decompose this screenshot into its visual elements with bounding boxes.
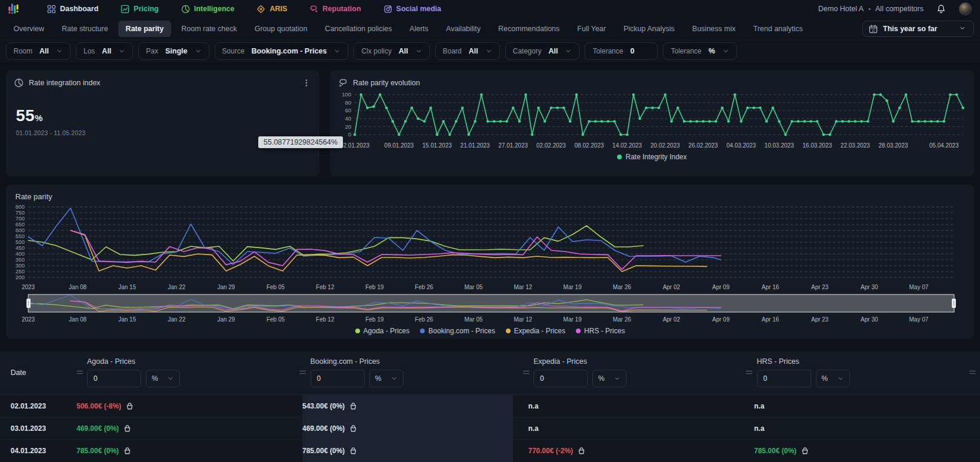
value-tooltip: 55.08771929824564%: [258, 136, 343, 148]
tab-room-rate-check[interactable]: Room rate check: [174, 21, 244, 37]
menu-icon[interactable]: [968, 368, 977, 377]
legend-item-agoda-prices[interactable]: Agoda - Prices: [355, 327, 410, 335]
tab-recommendations[interactable]: Recommendations: [491, 21, 567, 37]
tab-full-year[interactable]: Full Year: [569, 21, 614, 37]
basket-icon[interactable]: [123, 424, 132, 433]
pie-chart-icon: [14, 78, 24, 88]
filter-los[interactable]: LosAll: [76, 42, 133, 60]
price-value: n.a: [528, 402, 538, 410]
filter-tolerance[interactable]: Tolerance: [585, 42, 658, 60]
svg-text:May 07: May 07: [909, 316, 929, 323]
svg-text:27.01.2023: 27.01.2023: [498, 142, 528, 149]
price-value: 543.00€ (0%): [302, 402, 345, 410]
user-avatar[interactable]: [959, 2, 972, 15]
price-value: n.a: [754, 402, 764, 410]
price-cell-booking-com-prices: 469.00€ (0%): [302, 417, 513, 440]
basket-icon[interactable]: [349, 447, 358, 456]
tab-availability[interactable]: Availability: [438, 21, 488, 37]
svg-text:100: 100: [342, 91, 351, 98]
table-row: 03.01.2023469.00€ (0%)469.00€ (0%)n.an.a: [0, 417, 980, 439]
svg-text:Feb 12: Feb 12: [316, 284, 335, 290]
table-body: 02.01.2023506.00€ (-8%)543.00€ (0%)n.an.…: [0, 394, 980, 461]
price-cell-expedia-prices: 770.00€ (-2%): [528, 440, 739, 462]
nav-item-social-media[interactable]: Social media: [384, 5, 441, 14]
filter-tolerance-unit[interactable]: Tolerance%: [663, 42, 736, 60]
filter-board[interactable]: BoardAll: [435, 42, 500, 60]
basket-icon[interactable]: [123, 447, 132, 456]
nav-item-intelligence[interactable]: Intelligence: [181, 5, 235, 14]
rate-parity-minimap-brush[interactable]: 2023Jan 08Jan 15Jan 22Jan 29Feb 05Feb 12…: [6, 293, 974, 324]
chevron-down-icon: [334, 48, 341, 55]
price-cell-hrs-prices: 785.00€ (0%): [754, 440, 965, 462]
legend-item-hrs-prices[interactable]: HRS - Prices: [576, 327, 625, 335]
account-context[interactable]: Demo Hotel A • All competitors: [818, 5, 924, 13]
column-filter-unit-select[interactable]: %: [146, 370, 180, 387]
value-number: 55: [16, 106, 35, 125]
column-filter-input[interactable]: [87, 370, 141, 387]
tab-cancellation-policies[interactable]: Cancellation policies: [317, 21, 399, 37]
column-filter-input[interactable]: [757, 370, 811, 387]
basket-icon[interactable]: [801, 447, 809, 456]
notifications-bell-icon[interactable]: [936, 4, 946, 14]
column-filter-unit-select[interactable]: %: [592, 370, 626, 387]
menu-icon[interactable]: [522, 368, 531, 377]
filter-pax[interactable]: PaxSingle: [138, 42, 209, 60]
filter-value-input[interactable]: [630, 47, 650, 55]
svg-text:Jan 22: Jan 22: [168, 284, 185, 290]
nav-item-aris[interactable]: ARIS: [256, 5, 287, 14]
column-filter-unit-select[interactable]: %: [369, 370, 404, 387]
legend-item-booking-com-prices[interactable]: Booking.com - Prices: [420, 327, 495, 335]
legend-dot: [355, 329, 360, 333]
basket-icon[interactable]: [125, 402, 134, 411]
legend-item-expedia-prices[interactable]: Expedia - Prices: [506, 327, 565, 335]
separator-dot: •: [868, 5, 871, 12]
basket-icon[interactable]: [349, 402, 358, 411]
chevron-down-icon: [837, 375, 844, 382]
rate-integrity-index-chart[interactable]: 02040608010002.01.202309.01.202315.01.20…: [335, 91, 969, 150]
tab-rate-parity[interactable]: Rate parity: [118, 21, 172, 37]
svg-text:400: 400: [15, 250, 25, 257]
filter-clx-policy[interactable]: Clx policyAll: [354, 42, 429, 60]
filters-row: RoomAllLosAllPaxSingleSourceBooking.com …: [0, 40, 980, 62]
tab-business-mix[interactable]: Business mix: [685, 21, 744, 37]
column-header-agoda-prices: Agoda - Prices%: [87, 357, 295, 387]
row-date: 02.01.2023: [0, 402, 61, 410]
menu-icon[interactable]: [75, 368, 84, 377]
column-filter-input[interactable]: [534, 370, 588, 387]
column-filter-unit-select[interactable]: %: [816, 370, 850, 387]
filter-source[interactable]: SourceBooking.com - Prices: [215, 42, 349, 60]
svg-text:500: 500: [15, 239, 25, 245]
nav-item-label: ARIS: [269, 5, 287, 13]
svg-text:250: 250: [15, 268, 25, 274]
filter-category[interactable]: CategoryAll: [505, 42, 580, 60]
price-value: 469.00€ (0%): [76, 424, 119, 433]
nav-item-dashboard[interactable]: Dashboard: [47, 5, 98, 14]
nav-item-reputation[interactable]: Reputation: [309, 5, 361, 14]
legend-label: HRS - Prices: [584, 327, 625, 335]
rate-parity-chart[interactable]: 2002503003504004505005506006507007508002…: [6, 203, 974, 292]
column-header-booking-com-prices: Booking.com - Prices%: [311, 357, 519, 387]
app-logo-icon[interactable]: [8, 2, 21, 15]
tab-rate-structure[interactable]: Rate structure: [54, 21, 116, 37]
legend-item-rate-integrity-index[interactable]: Rate Integrity Index: [617, 153, 686, 161]
svg-text:Jan 08: Jan 08: [69, 316, 86, 323]
tab-group-quotation[interactable]: Group quotation: [247, 21, 315, 37]
basket-icon[interactable]: [349, 424, 358, 433]
tab-alerts[interactable]: Alerts: [402, 21, 436, 37]
nav-item-pricing[interactable]: Pricing: [121, 5, 158, 14]
date-range-picker[interactable]: 12 This year so far: [862, 21, 974, 37]
menu-icon[interactable]: [745, 368, 754, 377]
svg-text:300: 300: [15, 262, 25, 269]
svg-text:14.02.2023: 14.02.2023: [612, 142, 642, 149]
filter-room[interactable]: RoomAll: [6, 42, 71, 60]
tab-overview[interactable]: Overview: [6, 21, 52, 37]
kebab-menu-icon[interactable]: [302, 78, 311, 88]
chart-legend: Rate Integrity Index: [330, 153, 974, 161]
tab-pickup-analysis[interactable]: Pickup Analysis: [616, 21, 682, 37]
svg-text:Apr 09: Apr 09: [712, 284, 730, 290]
basket-icon[interactable]: [577, 447, 586, 456]
column-filter-input[interactable]: [311, 370, 365, 387]
menu-icon[interactable]: [298, 368, 307, 377]
tab-trend-analytics[interactable]: Trend analytics: [745, 21, 810, 37]
filter-value: All: [548, 47, 558, 55]
